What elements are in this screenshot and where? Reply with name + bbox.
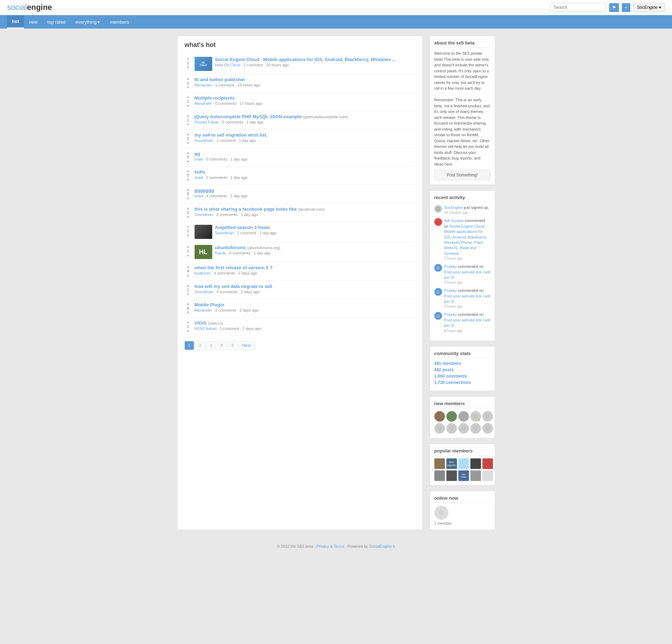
post-title-link[interactable]: gg bbox=[195, 151, 200, 156]
popular-member-avatar[interactable] bbox=[470, 458, 481, 469]
activity-post-link[interactable]: Post your website link I will join it! bbox=[444, 294, 490, 303]
page-button-1[interactable]: 1 bbox=[185, 341, 194, 350]
upvote-button[interactable]: ▲ bbox=[186, 188, 190, 191]
page-button-3[interactable]: 3 bbox=[206, 341, 216, 350]
downvote-button[interactable]: ▼ bbox=[186, 160, 190, 163]
downvote-button[interactable]: ▼ bbox=[186, 104, 190, 108]
member-avatar[interactable]: ☺ bbox=[482, 423, 493, 434]
upvote-button[interactable]: ▲ bbox=[186, 284, 190, 287]
upvote-button[interactable]: ▲ bbox=[186, 151, 190, 155]
upvote-button[interactable]: ▲ bbox=[186, 114, 190, 118]
post-title-link[interactable]: Amplified season 3 finale bbox=[215, 225, 270, 230]
post-title-link[interactable]: how will my se4 data migrate to se5 bbox=[195, 284, 272, 289]
downvote-button[interactable]: ▼ bbox=[186, 234, 190, 237]
post-author-link[interactable]: booburev bbox=[195, 271, 211, 275]
search-input[interactable] bbox=[550, 3, 606, 12]
popular-member-avatar[interactable]: hirereports bbox=[446, 458, 457, 469]
post-author-link[interactable]: imad bbox=[195, 157, 203, 161]
member-avatar[interactable]: ☺ bbox=[434, 423, 445, 434]
activity-user-link[interactable]: Pcasey bbox=[444, 264, 457, 269]
post-title-link[interactable]: this is what sharing a facebook page loo… bbox=[195, 206, 325, 212]
activity-post-link[interactable]: Post your website link I will join it! bbox=[444, 318, 490, 327]
post-title-link[interactable]: ggggggg bbox=[195, 188, 214, 193]
post-title-link[interactable]: when the first release of version 5 ? bbox=[195, 265, 273, 270]
footer-engine-link[interactable]: SocialEngine 5 bbox=[369, 544, 395, 548]
activity-post-link[interactable]: Social Engine Cloud - Mobile application… bbox=[444, 224, 487, 255]
activity-user-link[interactable]: Pcasey bbox=[444, 288, 457, 293]
upvote-button[interactable]: ▲ bbox=[186, 320, 190, 324]
member-avatar[interactable]: ☺ bbox=[446, 423, 457, 434]
upvote-button[interactable]: ▲ bbox=[186, 95, 190, 99]
upvote-button[interactable]: ▲ bbox=[186, 57, 190, 60]
online-member-avatar[interactable]: ☺ bbox=[434, 506, 448, 520]
nav-item-everything[interactable]: everything ▾ bbox=[70, 16, 105, 28]
post-author-link[interactable]: imad bbox=[195, 175, 203, 180]
popular-member-avatar[interactable] bbox=[458, 458, 469, 469]
post-title-link[interactable]: Social Engine Cloud · Mobile application… bbox=[215, 57, 396, 62]
post-author-link[interactable]: Alexander bbox=[195, 308, 212, 312]
post-author-link[interactable]: Prasad Pawar bbox=[195, 120, 219, 124]
post-author-link[interactable]: Host On Cloud bbox=[215, 63, 240, 67]
upvote-button[interactable]: ▲ bbox=[186, 245, 190, 248]
popular-member-avatar[interactable]: YouTube bbox=[458, 470, 469, 481]
downvote-button[interactable]: ▼ bbox=[186, 86, 190, 89]
popular-member-avatar[interactable] bbox=[446, 470, 457, 481]
member-avatar[interactable] bbox=[446, 411, 457, 422]
downvote-button[interactable]: ▼ bbox=[186, 215, 190, 219]
page-button-4[interactable]: 4 bbox=[217, 341, 227, 350]
downvote-button[interactable]: ▼ bbox=[186, 254, 190, 258]
post-title-link[interactable]: VIOIS (viois.ru) bbox=[195, 320, 223, 326]
upvote-button[interactable]: ▲ bbox=[186, 225, 190, 228]
member-avatar[interactable]: ☺ bbox=[470, 423, 481, 434]
post-author-link[interactable]: VIOIS Admin bbox=[195, 326, 217, 331]
flag-button[interactable]: ⚑ bbox=[609, 3, 619, 12]
activity-post-link[interactable]: Post your website link I will join it! bbox=[444, 270, 490, 279]
footer-privacy-terms-link[interactable]: Privacy & Terms bbox=[316, 544, 344, 548]
upvote-button[interactable]: ▲ bbox=[186, 265, 190, 269]
member-avatar[interactable]: ☺ bbox=[470, 411, 481, 422]
popular-member-avatar[interactable] bbox=[434, 470, 445, 481]
post-author-link[interactable]: Soundman bbox=[195, 290, 213, 294]
nav-item-top-rated[interactable]: top rated bbox=[42, 16, 70, 28]
post-author-link[interactable]: Alexander bbox=[195, 101, 212, 106]
downvote-button[interactable]: ▼ bbox=[186, 178, 190, 182]
plus-button[interactable]: + bbox=[622, 3, 630, 12]
downvote-button[interactable]: ▼ bbox=[186, 293, 190, 296]
member-avatar[interactable] bbox=[434, 411, 445, 422]
activity-user-link[interactable]: SocEngine bbox=[444, 205, 463, 210]
post-title-link[interactable]: my se4 to se5 migration wish list. bbox=[195, 132, 268, 138]
downvote-button[interactable]: ▼ bbox=[186, 311, 190, 314]
post-title-link[interactable]: jQuery Autocomplete PHP MySQL JSON examp… bbox=[195, 114, 348, 119]
downvote-button[interactable]: ▼ bbox=[186, 123, 190, 126]
popular-member-avatar[interactable] bbox=[482, 470, 493, 481]
post-title-link[interactable]: fsdfs bbox=[195, 169, 206, 175]
nav-item-hot[interactable]: hot bbox=[7, 15, 24, 29]
post-author-link[interactable]: Alexander bbox=[195, 83, 212, 87]
nav-item-members[interactable]: members bbox=[105, 16, 134, 28]
upvote-button[interactable]: ▲ bbox=[186, 169, 190, 173]
popular-member-avatar[interactable] bbox=[434, 458, 445, 469]
downvote-button[interactable]: ▼ bbox=[186, 142, 190, 145]
popular-member-avatar[interactable] bbox=[482, 458, 493, 469]
upvote-button[interactable]: ▲ bbox=[186, 77, 190, 80]
downvote-button[interactable]: ▼ bbox=[186, 330, 190, 333]
next-page-button[interactable]: Next bbox=[239, 341, 255, 350]
post-something-button[interactable]: Post Something! bbox=[434, 170, 490, 180]
post-author-link[interactable]: Soundman bbox=[195, 138, 213, 143]
page-button-2[interactable]: 2 bbox=[195, 341, 205, 350]
member-avatar[interactable]: ☺ bbox=[482, 411, 493, 422]
activity-user-link[interactable]: Pcasey bbox=[444, 312, 457, 317]
downvote-button[interactable]: ▼ bbox=[186, 197, 190, 200]
post-title-link[interactable]: ubuntuforums (ubuntuforums.org) bbox=[215, 245, 280, 250]
member-avatar[interactable]: ☺ bbox=[458, 423, 469, 434]
upvote-button[interactable]: ▲ bbox=[186, 132, 190, 136]
post-title-link[interactable]: Multiple recipients bbox=[195, 95, 235, 101]
popular-member-avatar[interactable] bbox=[470, 470, 481, 481]
post-author-link[interactable]: Soundman bbox=[215, 231, 234, 235]
page-button-5[interactable]: 5 bbox=[228, 341, 237, 350]
nav-item-new[interactable]: new bbox=[24, 16, 42, 28]
downvote-button[interactable]: ▼ bbox=[186, 274, 190, 278]
downvote-button[interactable]: ▼ bbox=[186, 66, 190, 69]
post-title-link[interactable]: Mobile Plugin bbox=[195, 302, 225, 307]
post-author-link[interactable]: Randy bbox=[215, 251, 226, 255]
